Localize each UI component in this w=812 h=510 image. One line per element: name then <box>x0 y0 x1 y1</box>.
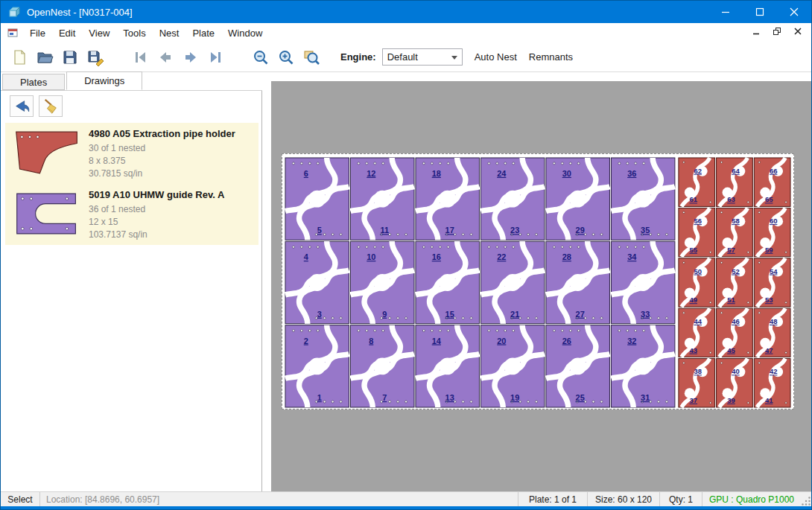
menu-tools[interactable]: Tools <box>116 23 152 42</box>
part-number: 37 <box>690 396 697 404</box>
drawing-list-item[interactable]: 4980 A05 Extraction pipe holder 30 of 1 … <box>5 123 258 184</box>
send-back-button[interactable] <box>10 95 34 117</box>
drawing-list-item[interactable]: 5019 A10 UHMW guide Rev. A 36 of 1 neste… <box>5 184 258 245</box>
part-number: 58 <box>732 217 739 225</box>
nested-part-pair-red[interactable]: 5251 <box>717 258 753 307</box>
nested-part-pair-purple[interactable]: 21 <box>285 325 349 407</box>
minimize-button[interactable] <box>708 1 743 23</box>
nested-part-pair-red[interactable]: 4241 <box>754 359 790 407</box>
resize-grip[interactable] <box>801 492 811 506</box>
nested-part-pair-red[interactable]: 4443 <box>679 308 715 357</box>
clean-button[interactable] <box>39 95 63 117</box>
nav-next-icon <box>182 48 200 66</box>
zoom-out-button[interactable] <box>248 45 273 69</box>
tab-plates[interactable]: Plates <box>2 74 65 90</box>
part-number: 18 <box>432 169 441 178</box>
part-number: 38 <box>694 367 701 375</box>
part-number: 50 <box>694 267 701 275</box>
nested-part-pair-purple[interactable]: 1211 <box>350 158 414 240</box>
nested-part-pair-purple[interactable]: 109 <box>350 241 414 323</box>
drawing-nested: 30 of 1 nested <box>89 142 235 155</box>
menu-edit[interactable]: Edit <box>52 23 82 42</box>
nested-part-pair-red[interactable]: 5453 <box>754 258 790 307</box>
new-button[interactable] <box>7 45 32 69</box>
window-title: OpenNest - [N0317-004] <box>27 7 133 18</box>
part-number: 24 <box>497 169 507 178</box>
remnants-button[interactable]: Remnants <box>527 48 574 66</box>
part-number: 49 <box>690 296 697 304</box>
canvas-background[interactable]: 6512111817242330293635431091615222128273… <box>271 81 812 491</box>
open-button[interactable] <box>32 45 57 69</box>
part-number: 48 <box>770 317 777 325</box>
drawings-panel: 4980 A05 Extraction pipe holder 30 of 1 … <box>1 91 262 491</box>
nested-part-pair-red[interactable]: 6059 <box>754 208 790 256</box>
nav-prev-button[interactable] <box>153 45 178 69</box>
mdi-restore-icon <box>773 28 781 36</box>
nested-part-pair-purple[interactable]: 2827 <box>546 241 610 323</box>
zoom-in-button[interactable] <box>273 45 299 69</box>
engine-select[interactable]: Default <box>382 48 463 66</box>
mdi-minimize-button[interactable] <box>747 24 765 39</box>
save-icon <box>61 48 79 66</box>
nested-part-pair-purple[interactable]: 3029 <box>546 158 610 240</box>
nav-next-button[interactable] <box>178 45 203 69</box>
save-button[interactable] <box>57 45 83 69</box>
save-as-button[interactable] <box>83 45 108 69</box>
auto-nest-button[interactable]: Auto Nest <box>473 48 518 66</box>
status-location: Location: [84.8696, 60.6957] <box>40 492 165 506</box>
nested-part-pair-purple[interactable]: 2019 <box>480 325 545 407</box>
part-number: 43 <box>690 346 697 354</box>
nested-part-pair-purple[interactable]: 1615 <box>416 241 480 323</box>
nested-part-pair-purple[interactable]: 2625 <box>546 325 610 407</box>
nav-last-icon <box>207 48 225 66</box>
part-number: 14 <box>432 337 442 345</box>
part-number: 63 <box>727 195 735 203</box>
nested-part-pair-red[interactable]: 6463 <box>717 158 753 206</box>
nested-part-pair-purple[interactable]: 87 <box>350 325 414 407</box>
nested-part-pair-purple[interactable]: 1413 <box>416 325 480 407</box>
part-number: 53 <box>765 296 773 304</box>
nested-part-pair-red[interactable]: 5049 <box>679 258 715 307</box>
part-number: 21 <box>510 310 519 319</box>
maximize-button[interactable] <box>743 1 777 23</box>
nested-part-pair-purple[interactable]: 1817 <box>416 158 480 240</box>
nested-part-pair-purple[interactable]: 2423 <box>480 158 545 240</box>
nav-first-button[interactable] <box>127 45 153 69</box>
part-number: 2 <box>304 337 308 345</box>
nested-part-pair-purple[interactable]: 65 <box>285 158 349 240</box>
nested-part-pair-purple[interactable]: 43 <box>285 241 349 323</box>
nested-part-pair-red[interactable]: 5655 <box>679 208 715 256</box>
mdi-close-button[interactable] <box>789 24 807 39</box>
zoom-fit-button[interactable] <box>299 45 324 69</box>
nested-part-pair-purple[interactable]: 2221 <box>480 241 545 323</box>
close-button[interactable] <box>777 1 811 23</box>
nested-part-pair-purple[interactable]: 3635 <box>611 158 675 240</box>
mdi-restore-button[interactable] <box>768 24 786 39</box>
menu-bar: File Edit View Tools Nest Plate Window <box>1 23 811 42</box>
nested-part-pair-red[interactable]: 4847 <box>754 308 790 357</box>
menu-plate[interactable]: Plate <box>185 23 221 42</box>
plate-canvas[interactable]: 6512111817242330293635431091615222128273… <box>282 153 794 409</box>
nested-part-pair-red[interactable]: 5857 <box>717 208 753 256</box>
nested-part-pair-red[interactable]: 4645 <box>717 308 753 357</box>
part-number: 64 <box>732 167 740 175</box>
menu-window[interactable]: Window <box>221 23 269 42</box>
nested-part-pair-red[interactable]: 3837 <box>679 359 715 407</box>
menu-view[interactable]: View <box>82 23 116 42</box>
menu-nest[interactable]: Nest <box>153 23 186 42</box>
blue-arrow-icon <box>13 98 31 115</box>
nested-part-pair-purple[interactable]: 3231 <box>611 325 675 407</box>
part-number: 26 <box>562 337 571 345</box>
part-number: 9 <box>382 310 387 319</box>
menu-file[interactable]: File <box>23 23 52 42</box>
part-number: 35 <box>641 226 650 235</box>
panel-tabstrip: Plates Drawings <box>1 72 262 91</box>
nested-part-pair-red[interactable]: 4039 <box>717 359 753 407</box>
nested-part-pair-purple[interactable]: 3433 <box>611 241 675 323</box>
tab-drawings[interactable]: Drawings <box>66 71 142 90</box>
part-number: 51 <box>727 296 735 304</box>
drawing-nested: 36 of 1 nested <box>89 203 224 216</box>
nested-part-pair-red[interactable]: 6665 <box>754 158 790 206</box>
nested-part-pair-red[interactable]: 6261 <box>679 158 715 206</box>
nav-last-button[interactable] <box>203 45 229 69</box>
